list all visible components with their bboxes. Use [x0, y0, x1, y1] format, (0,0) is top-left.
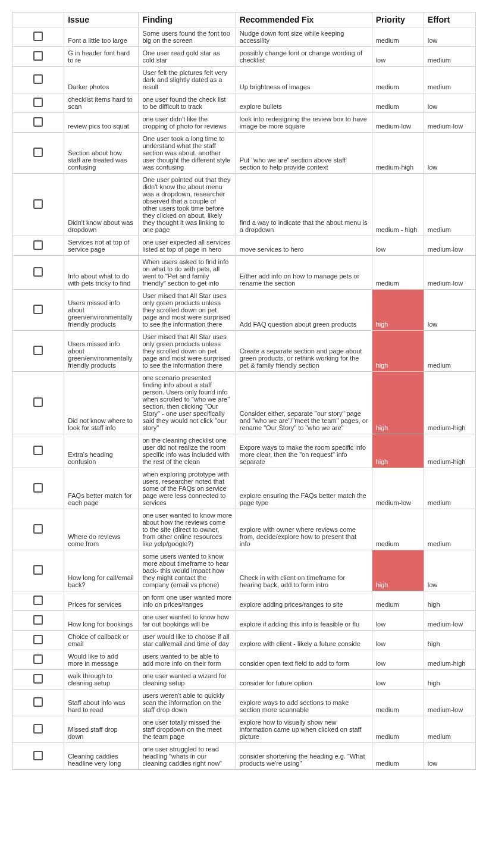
issue-cell: Darker photos: [64, 67, 139, 93]
issue-cell: checklist items hard to scan: [64, 93, 139, 113]
checkbox-cell[interactable]: [12, 611, 64, 631]
checkbox-cell[interactable]: [12, 256, 64, 290]
checkbox-icon[interactable]: [33, 32, 43, 41]
effort-cell: medium-high: [424, 372, 475, 434]
effort-cell: medium: [424, 331, 475, 372]
checkbox-cell[interactable]: [12, 113, 64, 133]
finding-cell: one user wanted a wizard for cleaning se…: [139, 670, 236, 690]
table-row: Didn't know about was dropdownOne user p…: [12, 174, 476, 236]
checkbox-icon[interactable]: [33, 565, 43, 575]
checkbox-icon[interactable]: [33, 397, 43, 407]
checkbox-cell[interactable]: [12, 631, 64, 650]
checkbox-cell[interactable]: [12, 591, 64, 611]
finding-cell: One user took a long time to understand …: [139, 133, 236, 174]
issue-cell: Staff about info was hard to read: [64, 690, 139, 716]
table-row: Section about how staff are treated was …: [12, 133, 476, 174]
checkbox-icon[interactable]: [33, 199, 43, 209]
checkbox-icon[interactable]: [33, 346, 43, 355]
checkbox-cell[interactable]: [12, 509, 64, 550]
issue-cell: walk through to cleaning setup: [64, 670, 139, 690]
priority-cell: medium: [372, 690, 424, 716]
header-issue: Issue: [64, 12, 139, 27]
table-row: Info about what to do with pets tricky t…: [12, 256, 476, 290]
checkbox-cell[interactable]: [12, 331, 64, 372]
checkbox-cell[interactable]: [12, 27, 64, 47]
checkbox-cell[interactable]: [12, 67, 64, 93]
finding-cell: user would like to choose if all star ca…: [139, 631, 236, 650]
finding-cell: When users asked to find info on what to…: [139, 256, 236, 290]
finding-cell: One user read gold star as cold star: [139, 47, 236, 67]
checkbox-cell[interactable]: [12, 716, 64, 743]
priority-cell: medium-high: [372, 133, 424, 174]
checkbox-icon[interactable]: [33, 724, 43, 734]
checkbox-icon[interactable]: [33, 98, 43, 107]
priority-cell: low: [372, 650, 424, 670]
fix-cell: move services to hero: [236, 236, 372, 256]
checkbox-icon[interactable]: [33, 483, 43, 493]
checkbox-icon[interactable]: [33, 148, 43, 157]
checkbox-icon[interactable]: [33, 305, 43, 314]
checkbox-cell[interactable]: [12, 174, 64, 236]
checkbox-icon[interactable]: [33, 635, 43, 644]
fix-cell: Consider either, separate "our story" pa…: [236, 372, 372, 434]
checkbox-icon[interactable]: [33, 446, 43, 455]
issue-cell: Services not at top of service page: [64, 236, 139, 256]
checkbox-icon[interactable]: [33, 524, 43, 534]
effort-cell: medium: [424, 67, 475, 93]
checkbox-cell[interactable]: [12, 468, 64, 509]
checkbox-icon[interactable]: [33, 74, 43, 84]
checkbox-icon[interactable]: [33, 51, 43, 61]
table-row: Choice of callback or emailuser would li…: [12, 631, 476, 650]
finding-cell: one user wanted to know how far out book…: [139, 611, 236, 631]
checkbox-cell[interactable]: [12, 690, 64, 716]
checkbox-icon[interactable]: [33, 596, 43, 605]
fix-cell: Either add info on how to manage pets or…: [236, 256, 372, 290]
checkbox-cell[interactable]: [12, 550, 64, 591]
effort-cell: medium: [424, 47, 475, 67]
effort-cell: medium-high: [424, 434, 475, 468]
table-row: walk through to cleaning setupone user w…: [12, 670, 476, 690]
checkbox-cell[interactable]: [12, 236, 64, 256]
effort-cell: low: [424, 550, 475, 591]
effort-cell: medium: [424, 174, 475, 236]
checkbox-icon[interactable]: [33, 674, 43, 684]
checkbox-icon[interactable]: [33, 654, 43, 664]
fix-cell: explore with client - likely a future co…: [236, 631, 372, 650]
checkbox-cell[interactable]: [12, 670, 64, 690]
checkbox-cell[interactable]: [12, 93, 64, 113]
checkbox-cell[interactable]: [12, 650, 64, 670]
priority-cell: medium: [372, 67, 424, 93]
checkbox-icon[interactable]: [33, 240, 43, 250]
finding-cell: Some users found the font too big on the…: [139, 27, 236, 47]
finding-cell: one user didn't like the cropping of pho…: [139, 113, 236, 133]
finding-cell: User mised that All Star uses only green…: [139, 290, 236, 331]
checkbox-cell[interactable]: [12, 290, 64, 331]
effort-cell: medium-low: [424, 690, 475, 716]
finding-cell: on the cleaning checklist one user did n…: [139, 434, 236, 468]
checkbox-cell[interactable]: [12, 47, 64, 67]
checkbox-icon[interactable]: [33, 697, 43, 707]
effort-cell: medium-low: [424, 256, 475, 290]
checkbox-cell[interactable]: [12, 133, 64, 174]
checkbox-cell[interactable]: [12, 372, 64, 434]
priority-cell: medium: [372, 509, 424, 550]
checkbox-cell[interactable]: [12, 434, 64, 468]
table-row: How long for bookingsone user wanted to …: [12, 611, 476, 631]
checkbox-icon[interactable]: [33, 117, 43, 127]
fix-cell: look into redesigning the review box to …: [236, 113, 372, 133]
issue-cell: Info about what to do with pets tricky t…: [64, 256, 139, 290]
issue-cell: How long for bookings: [64, 611, 139, 631]
checkbox-cell[interactable]: [12, 743, 64, 770]
checkbox-icon[interactable]: [33, 751, 43, 760]
table-row: Where do reviews come fromone user wante…: [12, 509, 476, 550]
fix-cell: explore adding prices/ranges to site: [236, 591, 372, 611]
checkbox-icon[interactable]: [33, 615, 43, 625]
effort-cell: medium: [424, 509, 475, 550]
issue-cell: Users missed info about green/environmen…: [64, 290, 139, 331]
checkbox-icon[interactable]: [33, 267, 43, 277]
header-fix: Recommended Fix: [236, 12, 372, 27]
priority-cell: high: [372, 550, 424, 591]
issue-cell: Extra's heading confusion: [64, 434, 139, 468]
priority-cell: high: [372, 290, 424, 331]
effort-cell: medium-low: [424, 236, 475, 256]
